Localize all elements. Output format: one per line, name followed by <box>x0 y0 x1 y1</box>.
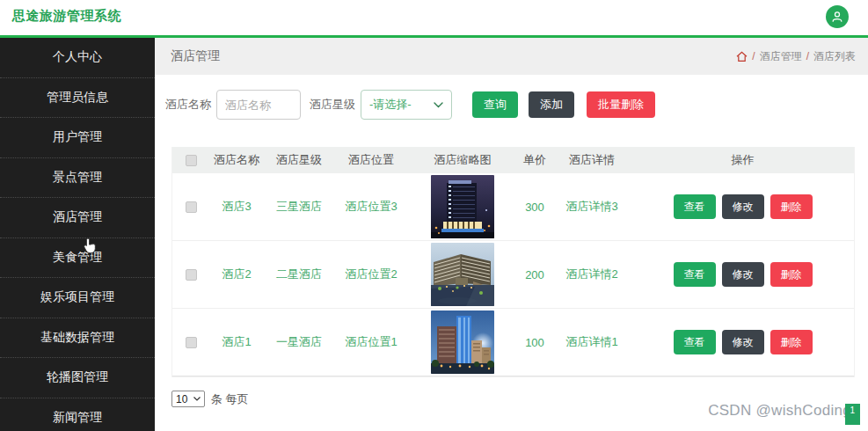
hotel-price-cell: 100 <box>517 336 552 349</box>
search-button[interactable]: 查询 <box>472 91 518 118</box>
top-header-bar: 思途旅游管理系统 <box>0 0 868 38</box>
sidebar-item-label: 娱乐项目管理 <box>40 289 114 305</box>
chevron-down-icon <box>434 102 443 108</box>
table-row: 酒店3 三星酒店 酒店位置3 <box>172 173 854 241</box>
user-icon <box>830 10 844 24</box>
edit-button[interactable]: 修改 <box>722 330 764 354</box>
chevron-down-icon <box>193 397 201 401</box>
hotel-price-cell: 200 <box>517 268 552 281</box>
breadcrumb-separator: / <box>806 50 809 62</box>
main-content: 酒店管理 / 酒店管理 / 酒店列表 酒店名称 酒店星级 -请选择- 查询 添加 <box>155 38 868 431</box>
sidebar-item-basic-data[interactable]: 基础数据管理 <box>0 318 155 359</box>
sidebar-item-label: 基础数据管理 <box>40 330 114 346</box>
sidebar-item-admin-info[interactable]: 管理员信息 <box>0 78 155 119</box>
view-button[interactable]: 查看 <box>674 194 716 219</box>
hotel-table: 酒店名称 酒店星级 酒店位置 酒店缩略图 单价 酒店详情 操作 酒店3 三星酒店… <box>171 147 855 377</box>
sidebar-item-label: 轮播图管理 <box>47 369 108 385</box>
add-button[interactable]: 添加 <box>529 91 574 118</box>
hotel-location-cell: 酒店位置1 <box>334 334 408 350</box>
sidebar-item-entertainment[interactable]: 娱乐项目管理 <box>0 278 155 318</box>
sidebar-nav: 个人中心 管理员信息 用户管理 景点管理 酒店管理 美食管理 娱乐项目管理 基础… <box>0 38 155 431</box>
watermark-text: CSDN @wishCoding <box>708 402 851 420</box>
sidebar-item-profile[interactable]: 个人中心 <box>0 38 155 78</box>
table-row: 酒店1 一星酒店 酒店位置1 <box>172 309 854 376</box>
edit-button[interactable]: 修改 <box>722 194 764 219</box>
sidebar-item-label: 管理员信息 <box>47 90 108 106</box>
user-avatar-button[interactable] <box>826 5 849 28</box>
sidebar-item-label: 酒店管理 <box>53 209 102 225</box>
sidebar-item-label: 景点管理 <box>53 170 102 186</box>
hotel-star-label: 酒店星级 <box>310 97 355 113</box>
view-button[interactable]: 查看 <box>674 330 716 354</box>
breadcrumb-item-hotel-mgmt[interactable]: 酒店管理 <box>760 49 802 64</box>
watermark-badge: 1 <box>845 404 860 425</box>
breadcrumb-separator: / <box>752 50 755 62</box>
col-header-thumb: 酒店缩略图 <box>408 152 517 168</box>
sidebar-item-label: 美食管理 <box>53 250 102 266</box>
hotel-name-cell: 酒店2 <box>209 267 264 282</box>
hotel-star-select-value: -请选择- <box>369 97 412 113</box>
hotel-name-cell: 酒店1 <box>209 334 264 350</box>
watermark: CSDN @wishCoding 1 <box>708 402 860 425</box>
hotel-star-cell: 二星酒店 <box>264 267 334 282</box>
page-size-value: 10 <box>176 393 187 405</box>
view-button[interactable]: 查看 <box>674 262 716 287</box>
sidebar-item-carousel[interactable]: 轮播图管理 <box>0 358 155 398</box>
sidebar-item-label: 用户管理 <box>53 129 102 145</box>
col-header-name: 酒店名称 <box>209 152 264 168</box>
sidebar-item-food[interactable]: 美食管理 <box>0 238 155 279</box>
select-all-checkbox[interactable] <box>186 155 197 166</box>
col-header-detail: 酒店详情 <box>552 152 631 168</box>
hotel-detail-cell: 酒店详情3 <box>552 199 631 215</box>
hotel-thumbnail-image <box>431 243 494 306</box>
sidebar-item-label: 个人中心 <box>53 49 102 65</box>
col-header-star: 酒店星级 <box>264 152 334 168</box>
hotel-thumbnail-image <box>431 175 494 238</box>
col-header-location: 酒店位置 <box>334 152 408 168</box>
hotel-location-cell: 酒店位置2 <box>334 267 408 282</box>
sidebar-item-attractions[interactable]: 景点管理 <box>0 158 155 199</box>
hotel-price-cell: 300 <box>517 201 552 214</box>
delete-button[interactable]: 删除 <box>770 262 813 287</box>
batch-delete-button[interactable]: 批量删除 <box>587 91 655 118</box>
col-header-actions: 操作 <box>631 152 854 168</box>
row-checkbox[interactable] <box>186 337 197 348</box>
filter-toolbar: 酒店名称 酒店星级 -请选择- 查询 添加 批量删除 <box>165 90 868 120</box>
hotel-star-select[interactable]: -请选择- <box>361 90 452 120</box>
sidebar-item-users[interactable]: 用户管理 <box>0 118 155 158</box>
hotel-star-cell: 三星酒店 <box>264 199 334 215</box>
col-header-price: 单价 <box>517 152 552 168</box>
sidebar-item-label: 新闻管理 <box>53 410 102 426</box>
hotel-location-cell: 酒店位置3 <box>334 199 408 215</box>
breadcrumb-item-hotel-list[interactable]: 酒店列表 <box>813 49 856 64</box>
breadcrumb: / 酒店管理 / 酒店列表 <box>736 49 856 64</box>
table-row: 酒店2 二星酒店 酒店位置2 <box>172 241 854 309</box>
row-checkbox[interactable] <box>186 201 197 213</box>
edit-button[interactable]: 修改 <box>722 262 764 287</box>
hotel-name-input[interactable] <box>216 90 301 120</box>
app-title: 思途旅游管理系统 <box>12 8 121 25</box>
hotel-name-cell: 酒店3 <box>209 199 264 215</box>
sidebar-item-hotels[interactable]: 酒店管理 <box>0 198 155 238</box>
table-header-row: 酒店名称 酒店星级 酒店位置 酒店缩略图 单价 酒店详情 操作 <box>172 147 854 173</box>
delete-button[interactable]: 删除 <box>770 330 813 354</box>
hotel-detail-cell: 酒店详情2 <box>552 267 631 282</box>
page-size-select[interactable]: 10 <box>171 391 205 407</box>
hotel-name-label: 酒店名称 <box>165 97 211 113</box>
hotel-thumbnail-image <box>431 310 494 374</box>
delete-button[interactable]: 删除 <box>770 194 813 219</box>
page-title: 酒店管理 <box>171 48 220 64</box>
row-checkbox[interactable] <box>186 269 197 281</box>
sidebar-item-news[interactable]: 新闻管理 <box>0 398 155 431</box>
breadcrumb-bar: 酒店管理 / 酒店管理 / 酒店列表 <box>155 38 868 75</box>
home-icon[interactable] <box>736 51 748 62</box>
page-size-suffix: 条 每页 <box>211 391 249 407</box>
hotel-detail-cell: 酒店详情1 <box>552 334 631 350</box>
hotel-star-cell: 一星酒店 <box>264 334 334 350</box>
